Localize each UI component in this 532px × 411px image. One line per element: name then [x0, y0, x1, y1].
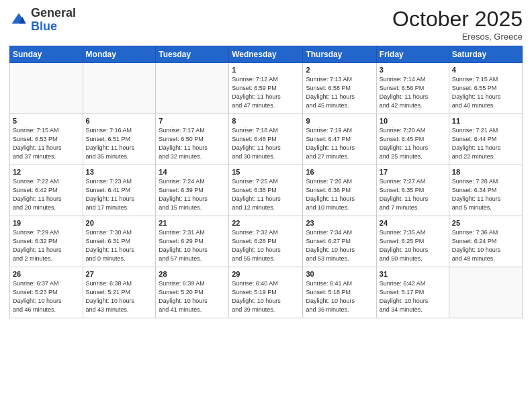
location: Eresos, Greece: [392, 32, 523, 42]
day-info: Sunrise: 7:15 AM Sunset: 6:55 PM Dayligh…: [452, 75, 519, 110]
day-number: 7: [159, 117, 226, 125]
day-cell: 3Sunrise: 7:14 AM Sunset: 6:56 PM Daylig…: [376, 63, 449, 114]
day-cell: 19Sunrise: 7:29 AM Sunset: 6:32 PM Dayli…: [10, 216, 83, 267]
day-number: 29: [232, 270, 300, 278]
day-header-wednesday: Wednesday: [229, 46, 303, 63]
week-row-5: 26Sunrise: 6:37 AM Sunset: 5:23 PM Dayli…: [10, 267, 523, 318]
day-cell: 2Sunrise: 7:13 AM Sunset: 6:58 PM Daylig…: [303, 63, 376, 114]
day-info: Sunrise: 7:15 AM Sunset: 6:53 PM Dayligh…: [13, 126, 80, 161]
day-number: 14: [159, 168, 226, 176]
day-number: 19: [13, 219, 80, 227]
day-cell: 14Sunrise: 7:24 AM Sunset: 6:39 PM Dayli…: [156, 165, 229, 216]
day-info: Sunrise: 7:27 AM Sunset: 6:35 PM Dayligh…: [380, 177, 446, 212]
day-number: 12: [13, 168, 80, 176]
week-row-4: 19Sunrise: 7:29 AM Sunset: 6:32 PM Dayli…: [10, 216, 523, 267]
day-header-monday: Monday: [83, 46, 156, 63]
day-cell: [449, 267, 522, 318]
day-info: Sunrise: 7:25 AM Sunset: 6:38 PM Dayligh…: [232, 177, 300, 212]
day-info: Sunrise: 7:36 AM Sunset: 6:24 PM Dayligh…: [452, 228, 519, 263]
day-info: Sunrise: 6:42 AM Sunset: 5:17 PM Dayligh…: [380, 279, 446, 314]
day-number: 21: [159, 219, 226, 227]
logo-text: General Blue: [31, 7, 76, 34]
day-number: 9: [306, 117, 373, 125]
day-cell: 15Sunrise: 7:25 AM Sunset: 6:38 PM Dayli…: [229, 165, 303, 216]
day-info: Sunrise: 7:16 AM Sunset: 6:51 PM Dayligh…: [86, 126, 153, 161]
day-number: 27: [86, 270, 153, 278]
day-number: 17: [380, 168, 446, 176]
day-info: Sunrise: 7:21 AM Sunset: 6:44 PM Dayligh…: [452, 126, 519, 161]
title-block: October 2025 Eresos, Greece: [392, 7, 523, 42]
day-cell: 16Sunrise: 7:26 AM Sunset: 6:36 PM Dayli…: [303, 165, 376, 216]
day-info: Sunrise: 7:26 AM Sunset: 6:36 PM Dayligh…: [306, 177, 373, 212]
day-cell: 29Sunrise: 6:40 AM Sunset: 5:19 PM Dayli…: [229, 267, 303, 318]
calendar-table: SundayMondayTuesdayWednesdayThursdayFrid…: [9, 46, 523, 318]
day-cell: 13Sunrise: 7:23 AM Sunset: 6:41 PM Dayli…: [83, 165, 156, 216]
day-info: Sunrise: 7:30 AM Sunset: 6:31 PM Dayligh…: [86, 228, 153, 263]
day-number: 15: [232, 168, 300, 176]
day-cell: 7Sunrise: 7:17 AM Sunset: 6:50 PM Daylig…: [156, 114, 229, 165]
day-cell: 23Sunrise: 7:34 AM Sunset: 6:27 PM Dayli…: [303, 216, 376, 267]
day-info: Sunrise: 7:31 AM Sunset: 6:29 PM Dayligh…: [159, 228, 226, 263]
day-info: Sunrise: 7:32 AM Sunset: 6:28 PM Dayligh…: [232, 228, 300, 263]
day-number: 2: [306, 66, 373, 74]
day-info: Sunrise: 6:38 AM Sunset: 5:21 PM Dayligh…: [86, 279, 153, 314]
day-cell: 20Sunrise: 7:30 AM Sunset: 6:31 PM Dayli…: [83, 216, 156, 267]
day-cell: 1Sunrise: 7:12 AM Sunset: 6:59 PM Daylig…: [229, 63, 303, 114]
day-cell: 26Sunrise: 6:37 AM Sunset: 5:23 PM Dayli…: [10, 267, 83, 318]
day-cell: 6Sunrise: 7:16 AM Sunset: 6:51 PM Daylig…: [83, 114, 156, 165]
day-cell: 4Sunrise: 7:15 AM Sunset: 6:55 PM Daylig…: [449, 63, 522, 114]
day-info: Sunrise: 7:12 AM Sunset: 6:59 PM Dayligh…: [232, 75, 300, 110]
day-cell: 10Sunrise: 7:20 AM Sunset: 6:45 PM Dayli…: [376, 114, 449, 165]
day-number: 3: [380, 66, 446, 74]
day-number: 4: [452, 66, 519, 74]
day-number: 31: [380, 270, 446, 278]
day-cell: 27Sunrise: 6:38 AM Sunset: 5:21 PM Dayli…: [83, 267, 156, 318]
day-header-friday: Friday: [376, 46, 449, 63]
day-cell: 11Sunrise: 7:21 AM Sunset: 6:44 PM Dayli…: [449, 114, 522, 165]
day-info: Sunrise: 7:20 AM Sunset: 6:45 PM Dayligh…: [380, 126, 446, 161]
day-info: Sunrise: 7:17 AM Sunset: 6:50 PM Dayligh…: [159, 126, 226, 161]
day-number: 30: [306, 270, 373, 278]
day-info: Sunrise: 7:14 AM Sunset: 6:56 PM Dayligh…: [380, 75, 446, 110]
day-header-thursday: Thursday: [303, 46, 376, 63]
day-info: Sunrise: 7:29 AM Sunset: 6:32 PM Dayligh…: [13, 228, 80, 263]
day-number: 8: [232, 117, 300, 125]
calendar-header-row: SundayMondayTuesdayWednesdayThursdayFrid…: [10, 46, 523, 63]
day-number: 6: [86, 117, 153, 125]
week-row-2: 5Sunrise: 7:15 AM Sunset: 6:53 PM Daylig…: [10, 114, 523, 165]
day-cell: 17Sunrise: 7:27 AM Sunset: 6:35 PM Dayli…: [376, 165, 449, 216]
day-header-tuesday: Tuesday: [156, 46, 229, 63]
day-cell: 5Sunrise: 7:15 AM Sunset: 6:53 PM Daylig…: [10, 114, 83, 165]
day-cell: 31Sunrise: 6:42 AM Sunset: 5:17 PM Dayli…: [376, 267, 449, 318]
day-number: 28: [159, 270, 226, 278]
header: General Blue October 2025 Eresos, Greece: [9, 7, 523, 42]
week-row-1: 1Sunrise: 7:12 AM Sunset: 6:59 PM Daylig…: [10, 63, 523, 114]
day-number: 22: [232, 219, 300, 227]
day-header-sunday: Sunday: [10, 46, 83, 63]
day-number: 23: [306, 219, 373, 227]
day-cell: 8Sunrise: 7:18 AM Sunset: 6:48 PM Daylig…: [229, 114, 303, 165]
day-number: 13: [86, 168, 153, 176]
month-title: October 2025: [392, 7, 523, 32]
day-info: Sunrise: 7:19 AM Sunset: 6:47 PM Dayligh…: [306, 126, 373, 161]
day-number: 24: [380, 219, 446, 227]
day-info: Sunrise: 6:37 AM Sunset: 5:23 PM Dayligh…: [13, 279, 80, 314]
day-number: 1: [232, 66, 300, 74]
day-cell: 9Sunrise: 7:19 AM Sunset: 6:47 PM Daylig…: [303, 114, 376, 165]
day-info: Sunrise: 6:40 AM Sunset: 5:19 PM Dayligh…: [232, 279, 300, 314]
week-row-3: 12Sunrise: 7:22 AM Sunset: 6:42 PM Dayli…: [10, 165, 523, 216]
day-info: Sunrise: 7:28 AM Sunset: 6:34 PM Dayligh…: [452, 177, 519, 212]
day-info: Sunrise: 7:22 AM Sunset: 6:42 PM Dayligh…: [13, 177, 80, 212]
page: General Blue October 2025 Eresos, Greece…: [0, 0, 532, 411]
day-info: Sunrise: 7:13 AM Sunset: 6:58 PM Dayligh…: [306, 75, 373, 110]
day-cell: [156, 63, 229, 114]
day-cell: 28Sunrise: 6:39 AM Sunset: 5:20 PM Dayli…: [156, 267, 229, 318]
day-header-saturday: Saturday: [449, 46, 522, 63]
day-number: 5: [13, 117, 80, 125]
day-cell: [10, 63, 83, 114]
day-info: Sunrise: 7:34 AM Sunset: 6:27 PM Dayligh…: [306, 228, 373, 263]
day-cell: 25Sunrise: 7:36 AM Sunset: 6:24 PM Dayli…: [449, 216, 522, 267]
logo-icon: [9, 11, 28, 30]
day-info: Sunrise: 7:18 AM Sunset: 6:48 PM Dayligh…: [232, 126, 300, 161]
day-info: Sunrise: 6:41 AM Sunset: 5:18 PM Dayligh…: [306, 279, 373, 314]
